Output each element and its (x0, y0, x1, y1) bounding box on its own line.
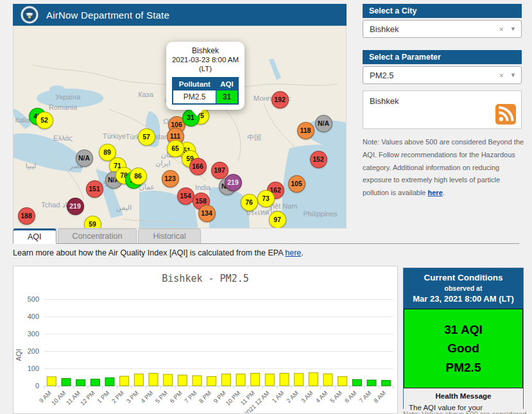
y-tick-label: 0 (35, 382, 39, 390)
popup-pollutant-value: PM2.5 (173, 90, 216, 104)
x-tick-label: 8 PM (198, 390, 213, 405)
aqi-marker[interactable]: 152 (310, 151, 327, 168)
bar[interactable] (47, 377, 56, 386)
bar[interactable] (193, 375, 202, 386)
aqi-marker[interactable]: 86 (130, 168, 147, 185)
x-tick-label: 3 PM (124, 390, 140, 405)
epa-here-link[interactable]: here (285, 248, 301, 257)
popup-city: Bishkek (170, 46, 241, 55)
aqi-marker[interactable]: 123 (162, 170, 179, 187)
x-tick-label: 3 AM (300, 390, 314, 404)
aqi-marker[interactable]: 118 (297, 122, 314, 139)
map-label: 中国 (247, 133, 261, 142)
x-tick-label: 8 AM (372, 390, 387, 404)
bar[interactable] (149, 374, 158, 386)
parameter-clear-icon[interactable]: × (496, 71, 510, 80)
learn-more-period: . (301, 248, 303, 257)
aqi-marker[interactable]: 154 (177, 187, 194, 205)
city-dropdown-caret-icon[interactable]: ▼ (510, 26, 516, 32)
popup-table: Pollutant AQI PM2.5 31 (172, 77, 239, 105)
aqi-marker[interactable]: 59 (84, 216, 101, 229)
parameter-dropdown-caret-icon[interactable]: ▼ (510, 72, 516, 78)
parameter-select-value: PM2.5 (370, 71, 496, 80)
x-tick-label: 6 PM (168, 390, 184, 405)
bar[interactable] (280, 374, 289, 386)
bar[interactable] (367, 380, 376, 386)
learn-more-body: Learn more about how the Air Quality Ind… (13, 248, 285, 257)
y-tick-label: 300 (28, 330, 39, 338)
note-here-link[interactable]: here (428, 189, 443, 196)
aqi-marker[interactable]: 188 (18, 207, 35, 225)
bar[interactable] (265, 374, 274, 386)
aqi-marker[interactable]: N/A (315, 115, 332, 132)
bar[interactable] (236, 374, 245, 386)
aqi-marker[interactable]: 134 (198, 205, 216, 222)
aqi-marker[interactable]: 105 (288, 175, 305, 193)
map-label: Italia (15, 116, 30, 124)
city-select[interactable]: Bishkek × ▼ (363, 20, 522, 38)
aqi-marker[interactable]: 219 (225, 174, 242, 191)
map-label: India (195, 184, 210, 191)
x-tick-label: 1 PM (96, 390, 111, 405)
x-tick-label: 10 AM (50, 390, 67, 407)
aqi-marker[interactable]: 76 (241, 194, 258, 211)
sidebar-note-period: . (443, 189, 445, 196)
city-select-value: Bishkek (370, 24, 496, 34)
tab-historical[interactable]: Historical (138, 229, 200, 243)
bar[interactable] (295, 374, 304, 386)
map-label: Türkiye (103, 132, 126, 140)
aqi-marker[interactable]: 219 (67, 198, 84, 215)
cc-observed-label: observed at (406, 284, 520, 292)
bar[interactable] (309, 373, 318, 386)
bar[interactable] (76, 380, 85, 386)
aqi-marker[interactable]: 57 (138, 128, 155, 146)
bar[interactable] (382, 381, 391, 386)
map-popup: Bishkek 2021-03-23 8:00 AM (LT) Pollutan… (166, 42, 245, 110)
bar[interactable] (134, 374, 143, 386)
tab-concentration[interactable]: Concentration (58, 229, 137, 243)
aqi-marker[interactable]: N/A (76, 150, 93, 167)
chart-title: Bishkek - PM2.5 (13, 273, 397, 284)
map-label: Каза (138, 91, 153, 98)
bar[interactable] (164, 374, 173, 386)
bar[interactable] (338, 377, 347, 386)
bar[interactable] (207, 377, 216, 386)
aqi-map[interactable]: УкраїнаКазаRomaniaItaliaΕλλάςTürkiyeO'zb… (13, 26, 347, 229)
aqi-marker[interactable]: 197 (211, 162, 228, 179)
aqi-marker[interactable]: 73 (257, 190, 275, 207)
bar[interactable] (62, 379, 71, 386)
rss-icon[interactable] (495, 104, 516, 125)
map-label: Україна (56, 93, 81, 101)
sidebar-note: Note: Values above 500 are considered Be… (363, 136, 524, 200)
map-label: Ελλάς (53, 134, 73, 142)
x-tick-label: 4 PM (139, 390, 155, 405)
x-tick-label: 2 PM (110, 390, 126, 405)
parameter-select[interactable]: PM2.5 × ▼ (363, 66, 522, 84)
bar[interactable] (323, 374, 332, 386)
aqi-marker[interactable]: 52 (36, 112, 53, 129)
aqi-marker[interactable]: 97 (269, 211, 286, 229)
city-clear-icon[interactable]: × (496, 24, 510, 34)
rss-feed-box: Bishkek (363, 91, 522, 129)
cc-aqi-category: Good (407, 339, 520, 358)
aqi-marker[interactable]: 192 (271, 91, 289, 108)
bar[interactable] (105, 378, 114, 386)
y-axis-label: AQI (15, 349, 22, 361)
aqi-marker[interactable]: 65 (167, 140, 184, 157)
bar[interactable] (90, 379, 99, 386)
bar[interactable] (251, 374, 260, 386)
current-conditions-header: Current Conditions observed at Mar 23, 2… (404, 268, 523, 309)
sidebar-note-body: Note: Values above 500 are considered Be… (363, 138, 524, 196)
cc-datetime: Mar 23, 2021 8:00 AM (LT) (406, 294, 520, 304)
aqi-marker[interactable]: 151 (86, 180, 103, 198)
y-tick-label: 500 (28, 295, 39, 303)
bar[interactable] (178, 375, 187, 386)
aqi-marker[interactable]: 166 (189, 158, 207, 175)
map-label: Philippines (303, 210, 337, 218)
aqi-chart-card: Bishkek - PM2.5 0100200300400500AQI9 AM1… (13, 266, 398, 414)
tab-aqi[interactable]: AQI (13, 229, 56, 244)
bar[interactable] (352, 379, 361, 386)
bar[interactable] (221, 374, 230, 386)
bar[interactable] (120, 376, 129, 386)
x-tick-label: 7 PM (183, 390, 198, 405)
